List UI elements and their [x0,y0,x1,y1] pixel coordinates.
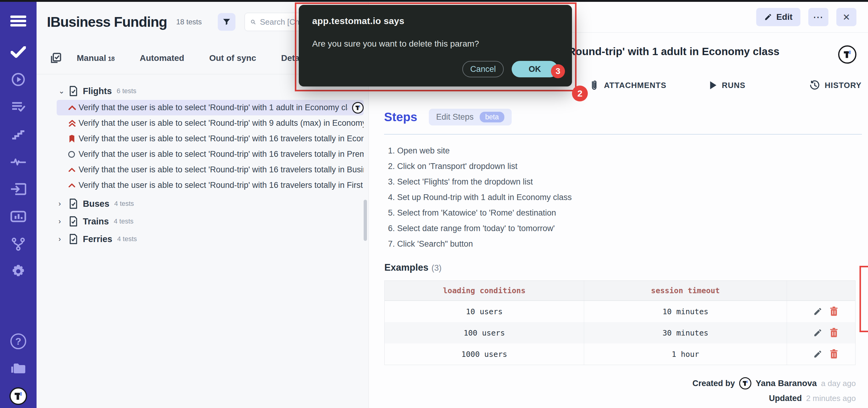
tab-history[interactable]: HISTORY [809,80,862,90]
analytics-icon[interactable] [8,208,28,225]
chevron-down-icon: ⌄ [59,87,69,95]
updated-ago: 2 minutes ago [806,394,856,403]
close-button[interactable]: ✕ [836,8,857,26]
test-row[interactable]: Verify that the user is able to select '… [57,178,364,193]
edit-button[interactable]: Edit [756,8,800,26]
branches-icon[interactable] [8,235,28,253]
test-title: Verify that the user is able to select '… [79,134,364,144]
test-source-badge [838,45,857,64]
priority-bookmark-icon [68,134,79,143]
test-row[interactable]: Verify that the user is able to select '… [57,162,364,178]
projects-folder-icon[interactable] [8,360,28,378]
test-title: Verify that the user is able to select '… [79,150,364,159]
examples-heading: Examples(3) [384,262,868,273]
cell-loading-conditions: 1000 users [385,343,584,365]
examples-count: (3) [432,263,442,273]
cell-session-timeout: 1 hour [584,343,787,365]
author-name: Yana Baranova [755,378,817,388]
detail-footer: Created by Yana Baranova a day ago Updat… [369,377,868,403]
table-row: 1000 users 1 hour [385,343,855,365]
cancel-button[interactable]: Cancel [462,61,504,77]
test-tree: ⌄ Flights 6 tests Verify that the user i… [36,74,369,248]
testomat-logo[interactable] [9,387,27,405]
history-clock-icon [809,80,820,90]
results-list-icon[interactable] [8,98,28,116]
priority-critical-icon [68,119,79,127]
edit-button-label: Edit [776,12,793,22]
suite-name: Trains [83,217,109,226]
test-row[interactable]: Verify that the user is able to select '… [57,116,364,131]
step-item: 7. Click 'Search" button [388,240,868,248]
chevron-right-icon: › [59,235,69,243]
edit-steps-button[interactable]: Edit Steps beta [429,109,512,125]
edit-row-icon[interactable] [813,349,822,359]
ellipsis-icon: ⋯ [813,11,824,23]
tab-attachments[interactable]: ATTACHMENTS [589,80,666,91]
beta-badge: beta [480,112,504,122]
tab-manual[interactable]: Manual18 [77,53,115,63]
suite-file-icon [69,233,78,245]
tests-check-icon[interactable] [8,43,28,61]
chevron-right-icon: › [59,199,69,208]
priority-high-icon [68,167,79,172]
suite-count: 4 tests [114,217,133,225]
step-item: 6. Select date range from 'today' to 'to… [388,224,868,232]
steps-divider [384,134,862,134]
annotation-badge-2: 2 [572,86,588,101]
pencil-icon [764,13,772,21]
step-item: 2. Click on 'Transport' dropdown list [388,162,868,170]
scrollbar[interactable] [364,200,367,241]
suite-row-buses[interactable]: › Buses 4 tests [36,195,369,213]
suite-file-icon [69,216,78,227]
suite-name: Ferries [83,234,113,244]
created-by-label: Created by [692,379,735,388]
edit-row-icon[interactable] [813,328,822,337]
steps-header: Steps Edit Steps beta [384,109,868,125]
step-item: 5. Select from 'Katowice' to 'Rome' dest… [388,209,868,217]
settings-gear-icon[interactable] [8,262,28,280]
suite-count: 4 tests [114,200,134,208]
steps-stairs-icon[interactable] [8,125,28,143]
suite-row-ferries[interactable]: › Ferries 4 tests [36,230,369,248]
suite-count: 6 tests [117,87,136,95]
run-play-icon[interactable] [8,71,28,88]
delete-row-icon[interactable] [830,307,838,316]
select-all-icon[interactable] [51,52,62,64]
edit-row-icon[interactable] [813,307,822,316]
cell-session-timeout: 10 minutes [584,301,787,322]
help-icon[interactable]: ? [8,333,28,350]
cell-loading-conditions: 10 users [385,301,584,322]
project-title: IBusiness Funding [47,14,167,30]
tab-out-of-sync[interactable]: Out of sync [209,53,256,63]
delete-row-icon[interactable] [830,328,838,338]
test-row[interactable]: Verify that the user is able to select '… [57,131,364,147]
more-button[interactable]: ⋯ [808,8,828,26]
suite-file-icon [69,86,78,96]
suite-name: Buses [83,199,109,209]
steps-heading: Steps [384,110,417,124]
delete-row-icon[interactable] [830,349,838,359]
test-row-selected[interactable]: Verify that the user is able to select '… [57,100,364,116]
cell-loading-conditions: 100 users [385,322,584,343]
tab-automated[interactable]: Automated [140,53,184,63]
step-item: 3. Select 'Flights' from the dropdown li… [388,178,868,186]
steps-list: 1. Open web site 2. Click on 'Transport'… [388,147,868,248]
suite-file-icon [69,198,78,209]
tab-manual-count: 18 [108,55,115,62]
funnel-icon [222,18,231,27]
column-header: session timeout [584,281,787,301]
menu-icon[interactable] [8,12,28,30]
table-row: 10 users 10 minutes [385,301,855,322]
search-icon [250,18,256,26]
priority-high-icon [68,183,79,188]
sidebar: ? [0,0,36,408]
chevron-right-icon: › [59,217,69,226]
suite-row-trains[interactable]: › Trains 4 tests [36,213,369,230]
dialog-message: Are you sure you want to delete this par… [312,39,558,49]
filter-button[interactable] [218,13,236,31]
import-icon[interactable] [8,180,28,198]
pulse-icon[interactable] [8,153,28,170]
test-row[interactable]: Verify that the user is able to select '… [57,147,364,162]
tab-runs[interactable]: RUNS [709,81,746,90]
suite-count: 4 tests [117,235,137,243]
